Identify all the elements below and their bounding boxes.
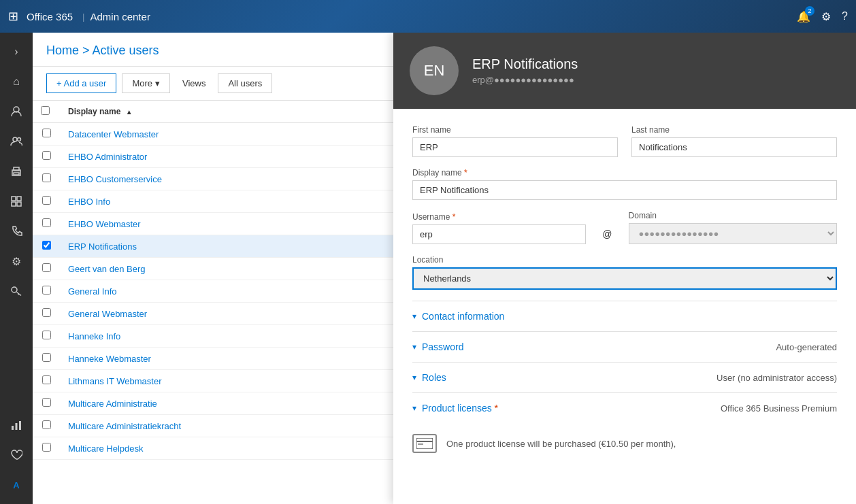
row-checkbox[interactable] [42, 420, 51, 429]
location-select[interactable]: Netherlands [412, 267, 837, 290]
breadcrumb-home[interactable]: Home [46, 44, 79, 57]
more-label: More [132, 78, 152, 88]
help-icon[interactable]: ? [842, 10, 848, 22]
nav-user-icon[interactable] [3, 98, 30, 125]
name-row: First name Last name [412, 125, 837, 157]
row-checkbox[interactable] [42, 263, 51, 272]
roles-value: User (no administrator access) [717, 373, 837, 383]
location-row: Location Netherlands [412, 255, 837, 290]
nav-key-icon[interactable] [3, 278, 30, 305]
row-checkbox-cell[interactable] [33, 370, 60, 392]
row-checkbox-cell[interactable] [33, 280, 60, 303]
first-name-label: First name [412, 125, 618, 135]
row-checkbox-cell[interactable] [33, 168, 60, 190]
nav-admin-icon[interactable]: A [3, 471, 30, 499]
sort-arrow-icon: ▲ [126, 108, 133, 116]
row-checkbox-cell[interactable] [33, 437, 60, 460]
nav-collapse-icon[interactable]: › [3, 38, 30, 65]
row-checkbox[interactable] [42, 331, 51, 339]
display-name-input[interactable] [412, 180, 837, 200]
left-nav: › ⌂ [0, 33, 33, 504]
location-group: Location Netherlands [412, 255, 837, 290]
all-users-button[interactable]: All users [218, 73, 272, 93]
settings-icon[interactable]: ⚙ [821, 10, 831, 23]
username-input[interactable] [412, 224, 586, 244]
main-layout: › ⌂ [0, 33, 856, 504]
svg-rect-13 [19, 421, 21, 430]
row-checkbox-cell[interactable] [33, 235, 60, 258]
svg-rect-9 [17, 202, 21, 206]
row-checkbox-cell[interactable] [33, 258, 60, 280]
row-checkbox-cell[interactable] [33, 190, 60, 213]
location-label: Location [412, 255, 837, 265]
nav-heart-icon[interactable] [3, 441, 30, 469]
username-required-star: * [452, 212, 456, 222]
display-name-row: Display name * [412, 168, 837, 200]
row-checkbox[interactable] [42, 308, 51, 317]
nav-phone-icon[interactable] [3, 218, 30, 245]
password-value: Auto-generated [776, 342, 837, 352]
row-checkbox[interactable] [42, 443, 51, 452]
select-all-checkbox-header[interactable] [33, 101, 60, 123]
nav-chart-icon[interactable] [3, 411, 30, 439]
row-checkbox-cell[interactable] [33, 392, 60, 415]
username-group: Username * [412, 212, 586, 244]
row-checkbox[interactable] [42, 286, 51, 295]
user-detail-panel: EN ERP Notifications erp@●●●●●●●●●●●●●●●… [393, 33, 856, 504]
domain-select[interactable]: ●●●●●●●●●●●●●●● [629, 223, 837, 244]
contact-info-section[interactable]: ▾ Contact information [412, 301, 837, 331]
username-label: Username * [412, 212, 586, 222]
row-checkbox[interactable] [42, 353, 51, 362]
contact-info-title: Contact information [422, 311, 837, 322]
row-checkbox[interactable] [42, 398, 51, 407]
row-checkbox-cell[interactable] [33, 348, 60, 370]
password-chevron-icon: ▾ [412, 342, 416, 352]
svg-rect-7 [17, 197, 21, 201]
row-checkbox[interactable] [42, 196, 51, 205]
breadcrumb-separator: > [82, 44, 93, 57]
row-checkbox[interactable] [42, 129, 51, 137]
topbar-actions: 🔔 2 ⚙ ? [797, 10, 848, 23]
svg-point-10 [12, 287, 17, 292]
row-checkbox-cell[interactable] [33, 325, 60, 348]
display-name-label: Display name * [412, 168, 837, 178]
license-notice-text: One product license will be purchased (€… [446, 439, 676, 449]
row-checkbox-cell[interactable] [33, 303, 60, 325]
nav-home-icon[interactable]: ⌂ [3, 68, 30, 95]
row-checkbox[interactable] [42, 375, 51, 384]
roles-section[interactable]: ▾ Roles User (no administrator access) [412, 362, 837, 392]
row-checkbox-cell[interactable] [33, 146, 60, 168]
panel-email: erp@●●●●●●●●●●●●●●● [472, 75, 578, 85]
roles-chevron-icon: ▾ [412, 373, 416, 382]
svg-rect-16 [418, 443, 423, 445]
panel-header: EN ERP Notifications erp@●●●●●●●●●●●●●●● [393, 33, 856, 109]
required-star: * [464, 168, 467, 178]
select-all-checkbox[interactable] [41, 106, 50, 115]
svg-rect-6 [12, 197, 16, 201]
domain-group: Domain ●●●●●●●●●●●●●●● [629, 211, 837, 244]
row-checkbox[interactable] [42, 151, 51, 160]
first-name-input[interactable] [412, 137, 618, 157]
nav-print-icon[interactable] [3, 158, 30, 185]
views-button[interactable]: Views [176, 74, 212, 93]
row-checkbox-cell[interactable] [33, 213, 60, 235]
add-user-button[interactable]: + Add a user [46, 73, 116, 93]
svg-rect-11 [12, 426, 14, 430]
topbar-section: Admin center [90, 11, 797, 22]
last-name-input[interactable] [631, 137, 837, 157]
nav-settings-icon[interactable]: ⚙ [3, 248, 30, 275]
waffle-menu-icon[interactable]: ⊞ [8, 9, 18, 24]
panel-body: First name Last name Display name * [393, 109, 856, 480]
row-checkbox[interactable] [42, 173, 51, 182]
row-checkbox-cell[interactable] [33, 123, 60, 146]
row-checkbox[interactable] [42, 241, 51, 250]
row-checkbox[interactable] [42, 218, 51, 227]
nav-square-icon[interactable] [3, 188, 30, 215]
notifications-icon[interactable]: 🔔 2 [797, 10, 810, 23]
more-button[interactable]: More ▾ [122, 73, 170, 93]
roles-title: Roles [422, 372, 717, 383]
nav-users-icon[interactable] [3, 128, 30, 155]
password-section[interactable]: ▾ Password Auto-generated [412, 331, 837, 362]
row-checkbox-cell[interactable] [33, 415, 60, 437]
product-licenses-section[interactable]: ▾ Product licenses * Office 365 Business… [412, 392, 837, 423]
